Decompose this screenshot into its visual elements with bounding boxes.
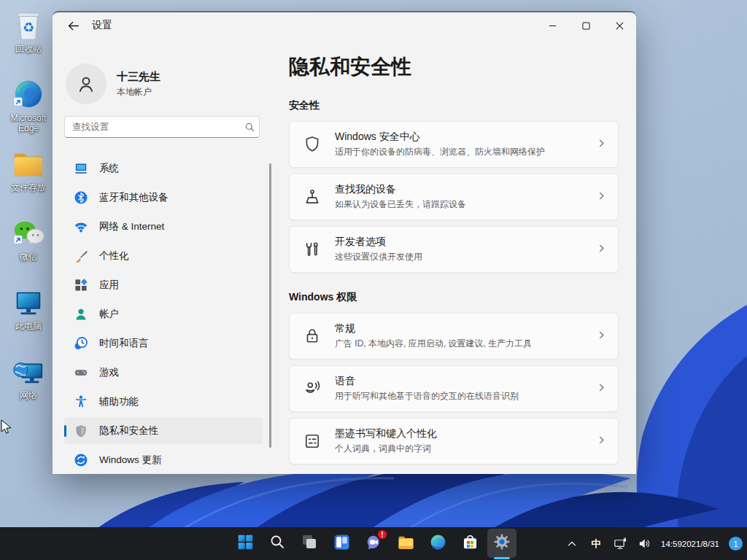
- apps-icon: [74, 278, 88, 292]
- accounts-icon: [74, 307, 88, 322]
- settings-card-inking[interactable]: 墨迹书写和键入个性化个人词典，词典中的字词: [289, 418, 619, 464]
- taskbar-center: !: [231, 529, 516, 558]
- network-wifi-icon: [74, 219, 88, 234]
- file-explorer-icon: [397, 533, 415, 554]
- sidebar-item-gaming[interactable]: 游戏: [64, 359, 263, 386]
- selection-indicator: [64, 425, 66, 437]
- settings-button[interactable]: [487, 529, 516, 558]
- sidebar-item-label: 时间和语言: [99, 337, 149, 350]
- sidebar-scrollbar[interactable]: [269, 163, 271, 448]
- network-pc-icon: [12, 355, 45, 389]
- search-box[interactable]: [64, 116, 260, 138]
- sidebar-item-system[interactable]: 系统: [64, 155, 263, 182]
- user-account-block[interactable]: 十三先生 本地帐户: [66, 63, 160, 104]
- svg-text:♻: ♻: [23, 20, 34, 35]
- privacy-security-icon: [74, 424, 88, 438]
- system-icon: [74, 161, 88, 176]
- sidebar-item-windows-update[interactable]: Windows 更新: [64, 447, 263, 473]
- card-title: 常规: [335, 322, 597, 335]
- chevron-right-icon: [597, 435, 606, 448]
- chat-button[interactable]: !: [359, 529, 388, 558]
- recycle-bin-icon: ♻: [12, 9, 45, 42]
- desktop-icon-label: 此电脑: [15, 321, 42, 331]
- search-icon: [240, 122, 259, 133]
- card-title: 语音: [335, 375, 597, 388]
- section-header: 安全性: [289, 99, 619, 112]
- desktop-icon-recycle-bin[interactable]: ♻回收站: [0, 9, 57, 78]
- settings-card-developer-options[interactable]: 开发者选项这些设置仅供开发使用: [289, 226, 619, 273]
- settings-card-shield-outline[interactable]: Windows 安全中心适用于你的设备的防病毒、浏览器、防火墙和网络保护: [289, 121, 619, 168]
- card-title: Windows 安全中心: [335, 131, 597, 144]
- card-subtitle: 广告 ID, 本地内容, 应用启动, 设置建议, 生产力工具: [335, 338, 597, 350]
- sidebar-item-accessibility[interactable]: 辅助功能: [64, 389, 263, 415]
- search-input[interactable]: [65, 122, 240, 132]
- desktop-icon-list: ♻回收站Microsoft Edge文件存放微信此电脑网络: [0, 9, 57, 424]
- tray-date: 2021/8/31: [682, 539, 719, 549]
- this-pc-icon: [12, 286, 45, 319]
- search-taskbar-icon: [268, 533, 286, 553]
- chevron-right-icon: [597, 190, 606, 203]
- clock[interactable]: 14:59 2021/8/31: [659, 532, 721, 556]
- sidebar-item-label: 蓝牙和其他设备: [99, 191, 169, 204]
- edge-button[interactable]: [423, 529, 452, 558]
- card-title: 查找我的设备: [335, 183, 597, 196]
- edge-desktop-icon: [12, 78, 45, 112]
- sidebar-item-personalization[interactable]: 个性化: [64, 243, 263, 269]
- desktop-icon-label: 回收站: [15, 44, 42, 54]
- section-header: Windows 权限: [289, 291, 619, 304]
- card-subtitle: 用于听写和其他基于语音的交互的在线语音识别: [335, 390, 597, 402]
- hidden-icons-chevron[interactable]: [562, 532, 581, 556]
- file-explorer-button[interactable]: [391, 529, 420, 558]
- sidebar-item-bluetooth[interactable]: 蓝牙和其他设备: [64, 184, 263, 211]
- desktop-icon-this-pc[interactable]: 此电脑: [0, 286, 57, 355]
- shield-outline-icon: [303, 135, 322, 154]
- edge-taskbar-icon: [429, 533, 447, 554]
- inking-icon: [303, 432, 322, 451]
- settings-card-lock[interactable]: 常规广告 ID, 本地内容, 应用启动, 设置建议, 生产力工具: [289, 313, 619, 359]
- notification-badge[interactable]: 1: [729, 537, 743, 551]
- volume-icon[interactable]: [635, 532, 654, 556]
- desktop-icon-folder[interactable]: 文件存放: [0, 147, 57, 217]
- developer-options-icon: [303, 240, 322, 259]
- desktop-icon-label: 文件存放: [11, 182, 46, 192]
- desktop-icon-label: Microsoft Edge: [0, 113, 57, 133]
- settings-card-speech[interactable]: 语音用于听写和其他基于语音的交互的在线语音识别: [289, 365, 619, 412]
- accessibility-icon: [74, 394, 88, 409]
- main-content: 隐私和安全性 安全性Windows 安全中心适用于你的设备的防病毒、浏览器、防火…: [289, 12, 619, 474]
- card-title: 墨迹书写和键入个性化: [335, 427, 597, 440]
- start-button[interactable]: [231, 529, 260, 558]
- sidebar-item-privacy-security[interactable]: 隐私和安全性: [64, 418, 263, 444]
- sidebar-item-apps[interactable]: 应用: [64, 272, 263, 298]
- card-title: 开发者选项: [335, 236, 597, 249]
- task-view-button[interactable]: [295, 529, 324, 558]
- sidebar-item-label: 个性化: [99, 249, 129, 262]
- user-name: 十三先生: [117, 70, 160, 84]
- personalization-icon: [74, 249, 88, 263]
- desktop-icon-network-pc[interactable]: 网络: [0, 355, 57, 424]
- task-view-icon: [301, 533, 318, 553]
- network-tray-icon[interactable]: [611, 532, 630, 556]
- desktop-icon-wechat[interactable]: 微信: [0, 217, 57, 286]
- chevron-right-icon: [597, 243, 606, 256]
- store-button[interactable]: [455, 529, 484, 558]
- sidebar-item-network-wifi[interactable]: 网络 & Internet: [64, 214, 263, 240]
- desktop-icon-edge-desktop[interactable]: Microsoft Edge: [0, 78, 57, 147]
- widgets-icon: [333, 533, 351, 554]
- sidebar-item-label: 游戏: [99, 366, 119, 379]
- taskbar: ! 中 14:59 2021/8/31 1: [0, 527, 747, 560]
- desktop-icon-label: 微信: [20, 252, 37, 262]
- card-subtitle: 适用于你的设备的防病毒、浏览器、防火墙和网络保护: [335, 146, 597, 158]
- sidebar-item-label: Windows 更新: [99, 454, 162, 467]
- search-button[interactable]: [263, 529, 292, 558]
- time-language-icon: [74, 336, 88, 351]
- bluetooth-icon: [74, 190, 88, 205]
- avatar: [66, 63, 107, 104]
- back-button[interactable]: [61, 15, 85, 36]
- widgets-button[interactable]: [327, 529, 356, 558]
- settings-card-find-device[interactable]: 查找我的设备如果认为设备已丢失，请跟踪设备: [289, 174, 619, 220]
- ime-indicator[interactable]: 中: [587, 532, 605, 556]
- chevron-right-icon: [597, 138, 606, 151]
- sidebar-item-accounts[interactable]: 帐户: [64, 301, 263, 327]
- sidebar-item-time-language[interactable]: 时间和语言: [64, 330, 263, 357]
- card-subtitle: 如果认为设备已丢失，请跟踪设备: [335, 198, 597, 211]
